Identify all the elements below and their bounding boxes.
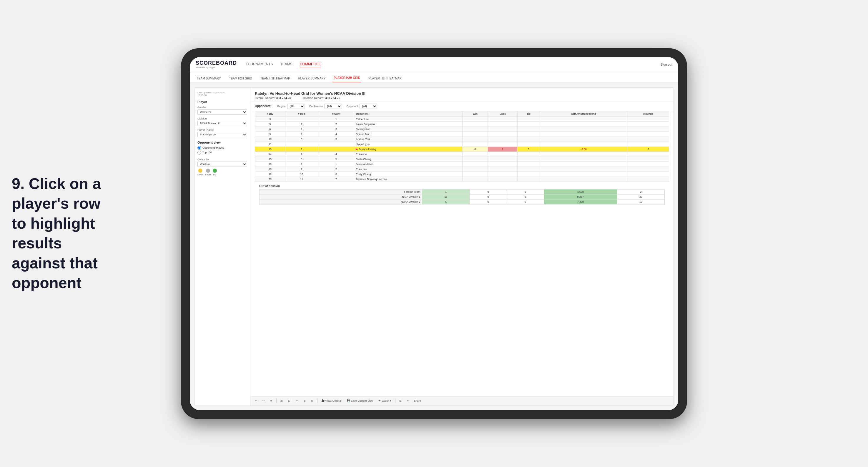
records-row: Overall Record: 353 - 34 - 6 Division Re…: [255, 96, 669, 100]
btn-add[interactable]: ⊞: [279, 399, 284, 403]
toolbar-sep-1: [276, 399, 277, 403]
grid-title: Katelyn Vo Head-to-Head Grid for Women's…: [255, 91, 669, 96]
conference-select[interactable]: (All): [324, 103, 342, 109]
table-area: # Div # Reg # Conf Opponent Win Loss Tie…: [250, 111, 674, 396]
radio-top100[interactable]: Top 100: [197, 151, 247, 155]
legend-dot-level: [206, 168, 210, 173]
opponent-select[interactable]: (All): [360, 103, 377, 109]
toolbar-sep-3: [395, 399, 396, 403]
btn-save-custom[interactable]: 💾 Save Custom View: [345, 399, 375, 403]
table-row[interactable]: 1691Jessica Mason: [255, 161, 669, 166]
btn-cut[interactable]: ✂: [294, 399, 300, 403]
cell-div: 18: [255, 166, 285, 172]
cell-reg: 9: [285, 161, 318, 166]
gender-select[interactable]: Women's: [197, 110, 247, 115]
table-row[interactable]: 11Hyejo Hyun: [255, 142, 669, 147]
ood-row-foreign[interactable]: Foreign Team 1 0 0 4.500 2: [259, 189, 665, 194]
nav-committee[interactable]: COMMITTEE: [300, 61, 321, 68]
cell-rounds: [628, 142, 669, 147]
cell-opponent: Euna Lee: [354, 166, 463, 172]
cell-conf: 3: [318, 136, 354, 142]
toolbar: ↩ ↪ ⟳ ⊞ ⊟ ✂ ⊕ ⊕ 🎥 View: Original 💾 Save …: [250, 396, 674, 405]
cell-tie: [518, 161, 539, 166]
btn-grid[interactable]: ⊞: [398, 399, 403, 403]
table-row[interactable]: 19106Emily Chang: [255, 172, 669, 177]
cell-div: 16: [255, 161, 285, 166]
table-row[interactable]: 1585Stella Cheng: [255, 157, 669, 161]
cell-conf: 4: [318, 131, 354, 136]
sign-out-link[interactable]: Sign out: [660, 63, 672, 66]
legend-down: Down: [197, 168, 203, 176]
tab-player-summary[interactable]: PLAYER SUMMARY: [297, 74, 327, 83]
ood-row-ncaa2[interactable]: NCAA Division 2 5 0 0 7.400 10: [259, 199, 665, 204]
btn-view-original[interactable]: 🎥 View: Original: [320, 399, 343, 403]
tab-player-h2h-grid[interactable]: PLAYER H2H GRID: [333, 74, 361, 83]
main-content: Last Updated: 27/03/2024 16:55:38 Player…: [190, 83, 678, 410]
nav-tournaments[interactable]: TOURNAMENTS: [246, 61, 273, 68]
btn-menu[interactable]: ≡: [405, 399, 410, 403]
dashboard: Last Updated: 27/03/2024 16:55:38 Player…: [194, 87, 674, 406]
btn-share[interactable]: Share: [412, 399, 423, 403]
ood-team-ncaa2: NCAA Division 2: [259, 199, 422, 204]
btn-paste[interactable]: ⊕: [310, 399, 315, 403]
cell-tie: [518, 117, 539, 122]
cell-loss: [488, 177, 518, 182]
title-area: Katelyn Vo Head-to-Head Grid for Women's…: [250, 88, 674, 102]
btn-watch[interactable]: 👁 Watch ▾: [377, 399, 393, 403]
ood-diff-foreign: 4.500: [544, 189, 617, 194]
division-select[interactable]: NCAA Division III: [197, 121, 247, 126]
cell-rounds: [628, 172, 669, 177]
ood-table: Foreign Team 1 0 0 4.500 2 NAIA Division…: [259, 189, 665, 205]
cell-opponent: Sydney Kuo: [354, 127, 463, 131]
ood-loss-foreign: 0: [470, 189, 507, 194]
tablet-screen: SCOREBOARD Powered by clippd TOURNAMENTS…: [190, 57, 678, 410]
table-row[interactable]: 1063Andrea York: [255, 136, 669, 142]
col-loss: Loss: [488, 111, 518, 117]
btn-refresh[interactable]: ⟳: [269, 399, 274, 403]
radio-opponents-played[interactable]: Opponents Played: [197, 146, 247, 150]
table-row[interactable]: 31Esther Lee: [255, 117, 669, 122]
cell-tie: [518, 122, 539, 127]
table-row[interactable]: 131▶ Jessica Huang010-3.002: [255, 147, 669, 152]
btn-redo[interactable]: ↪: [261, 399, 266, 403]
cell-tie: [518, 136, 539, 142]
table-row[interactable]: 914Sharon Mun: [255, 131, 669, 136]
table-row[interactable]: 20117Federica Domecq Lacroze: [255, 177, 669, 182]
btn-remove[interactable]: ⊟: [287, 399, 292, 403]
ood-row-naia1[interactable]: NAIA Division 1 15 0 0 9.267 30: [259, 194, 665, 199]
cell-loss: [488, 157, 518, 161]
tablet-frame: SCOREBOARD Powered by clippd TOURNAMENTS…: [181, 48, 687, 419]
cell-div: 13: [255, 147, 285, 152]
cell-win: [463, 136, 488, 142]
nav-bar: SCOREBOARD Powered by clippd TOURNAMENTS…: [190, 57, 678, 72]
table-row[interactable]: 613Sydney Kuo: [255, 127, 669, 131]
table-row[interactable]: 1822Euna Lee: [255, 166, 669, 172]
legend-label-down: Down: [197, 173, 203, 176]
cell-tie: [518, 152, 539, 157]
player-select[interactable]: 8. Katelyn Vo: [197, 132, 247, 137]
player-rank-label: Player (Rank): [197, 128, 247, 131]
table-row[interactable]: 522Alexis Sudjianto: [255, 122, 669, 127]
col-div: # Div: [255, 111, 285, 117]
cell-opponent: Federica Domecq Lacroze: [354, 177, 463, 182]
cell-tie: [518, 142, 539, 147]
tab-team-h2h-grid[interactable]: TEAM H2H GRID: [228, 74, 253, 83]
nav-teams[interactable]: TEAMS: [280, 61, 292, 68]
tab-player-h2h-heatmap[interactable]: PLAYER H2H HEATMAP: [367, 74, 403, 83]
tab-team-h2h-heatmap[interactable]: TEAM H2H HEATMAP: [259, 74, 291, 83]
colour-by-select[interactable]: Win/loss: [197, 161, 247, 167]
btn-copy[interactable]: ⊕: [302, 399, 307, 403]
region-select[interactable]: (All): [287, 103, 305, 109]
cell-win: [463, 142, 488, 147]
logo-powered: Powered by clippd: [196, 66, 237, 69]
cell-conf: 2: [318, 122, 354, 127]
cell-opponent: Hyejo Hyun: [354, 142, 463, 147]
cell-loss: [488, 127, 518, 131]
ood-loss-naia1: 0: [470, 194, 507, 199]
table-row[interactable]: 1474Eunice Yi: [255, 152, 669, 157]
tab-team-summary[interactable]: TEAM SUMMARY: [196, 74, 222, 83]
ood-diff-naia1: 9.267: [544, 194, 617, 199]
cell-conf: 1: [318, 161, 354, 166]
btn-undo[interactable]: ↩: [253, 399, 259, 403]
col-rounds: Rounds: [628, 111, 669, 117]
